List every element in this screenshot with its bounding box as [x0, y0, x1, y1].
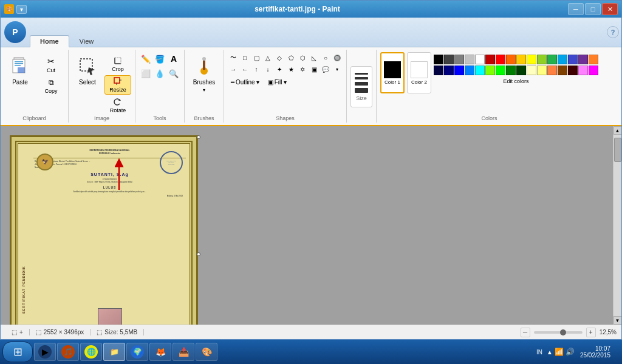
color-gold[interactable] — [516, 55, 526, 64]
color-gray[interactable] — [454, 55, 464, 64]
color-maroon[interactable] — [568, 66, 578, 75]
magnifier-tool[interactable]: 🔍 — [167, 67, 180, 80]
color-orange[interactable] — [506, 55, 516, 64]
vertical-scrollbar[interactable]: ▲ ▼ — [613, 126, 621, 325]
taskbar-app-3[interactable]: 🌐 — [80, 343, 102, 361]
zoom-thumb[interactable] — [560, 329, 566, 335]
taskbar-app-6[interactable]: 🦊 — [149, 343, 171, 361]
taskbar-app-5[interactable]: 🌍 — [126, 343, 148, 361]
color-salmon[interactable] — [547, 66, 557, 75]
shape-right-tri[interactable]: ◺ — [309, 52, 320, 63]
pencil-tool[interactable]: ✏️ — [139, 52, 152, 66]
color-darkgray[interactable] — [444, 55, 454, 64]
shape-arrow-d[interactable]: ↓ — [262, 64, 273, 75]
quick-access-toolbar[interactable]: ▾ — [16, 5, 27, 14]
taskbar-app-7[interactable]: 📥 — [173, 343, 194, 361]
new-selection-btn[interactable]: + — [19, 329, 23, 335]
color-skyblue[interactable] — [465, 66, 474, 75]
rotate-button[interactable]: Rotate — [104, 96, 131, 115]
eyedropper-tool[interactable]: 💧 — [153, 67, 166, 80]
shape-triangle[interactable]: △ — [262, 52, 273, 63]
shape-rect[interactable]: □ — [239, 52, 250, 63]
resize-handle-right[interactable] — [197, 135, 200, 139]
shape-arrow-l[interactable]: ← — [239, 64, 250, 75]
color-aqua[interactable] — [475, 66, 485, 75]
color-green2[interactable] — [506, 66, 516, 75]
tray-up-arrow[interactable]: ▲ — [547, 349, 553, 356]
color-green[interactable] — [547, 55, 557, 64]
shape-ellipse[interactable]: ○ — [320, 52, 331, 63]
close-button[interactable]: ✕ — [602, 3, 618, 15]
color1-button[interactable]: Color 1 — [380, 52, 405, 93]
color-darkgreen[interactable] — [516, 66, 526, 75]
shape-arrow-u[interactable]: ↑ — [251, 64, 262, 75]
scroll-thumb[interactable] — [614, 138, 621, 162]
paste-button[interactable]: Paste — [4, 52, 36, 93]
color-blue2[interactable] — [454, 66, 464, 75]
color2-button[interactable]: Color 2 — [407, 52, 431, 93]
text-tool[interactable]: A — [167, 52, 180, 66]
color-lightgray[interactable] — [465, 55, 474, 64]
zoom-in-button[interactable]: + — [586, 328, 596, 337]
shape-rounded-rect2[interactable]: ▣ — [309, 64, 320, 75]
copy-button[interactable]: ⧉ Copy — [38, 76, 64, 96]
color-chartreuse[interactable] — [485, 66, 495, 75]
scroll-up[interactable]: ▲ — [613, 126, 622, 135]
select-button[interactable]: Select — [72, 52, 103, 93]
scroll-down[interactable]: ▼ — [613, 316, 622, 325]
app-menu-button[interactable]: P — [4, 21, 26, 43]
shape-hex[interactable]: ⬡ — [297, 52, 308, 63]
color-magenta[interactable] — [589, 66, 598, 75]
color-navy2[interactable] — [434, 66, 443, 75]
shape-more[interactable]: ▾ — [332, 64, 343, 75]
color-black[interactable] — [434, 55, 443, 64]
resize-button[interactable]: Resize — [104, 75, 131, 95]
color-lime2[interactable] — [496, 66, 505, 75]
maximize-button[interactable]: □ — [585, 3, 601, 15]
tray-clock[interactable]: 10:07 25/02/2015 — [576, 344, 614, 360]
taskbar-app-2[interactable]: 🎵 — [57, 343, 79, 361]
edit-colors-button[interactable]: Edit colors — [434, 76, 598, 86]
shape-arrow-r[interactable]: → — [228, 64, 239, 75]
color-pink[interactable] — [578, 66, 588, 75]
scroll-track[interactable] — [613, 135, 621, 316]
size-button[interactable]: Size — [350, 66, 372, 107]
zoom-slider[interactable] — [534, 331, 583, 334]
color-darkred[interactable] — [485, 55, 495, 64]
color-yellow2[interactable] — [537, 66, 547, 75]
shape-pentagon[interactable]: ⬠ — [285, 52, 296, 63]
color-lightyellow[interactable] — [527, 66, 536, 75]
fill-tool[interactable]: 🪣 — [153, 52, 166, 66]
tab-view[interactable]: View — [69, 35, 104, 47]
shape-diamond[interactable]: ◇ — [274, 52, 285, 63]
color-lime[interactable] — [537, 55, 547, 64]
outline-dropdown[interactable]: ━ Outline ▾ — [228, 77, 262, 87]
color-blue[interactable] — [568, 55, 578, 64]
shape-star4[interactable]: ✦ — [274, 64, 285, 75]
color-navy[interactable] — [444, 66, 454, 75]
shape-callout[interactable]: 💬 — [320, 64, 331, 75]
start-button[interactable]: ⊞ — [2, 342, 33, 362]
shape-star5[interactable]: ★ — [285, 64, 296, 75]
minimize-button[interactable]: ─ — [568, 3, 584, 15]
shape-star6[interactable]: ✡ — [297, 64, 308, 75]
taskbar-app-8[interactable]: 🎨 — [196, 343, 217, 361]
taskbar-app-1[interactable]: ▶ — [34, 343, 56, 361]
eraser-tool[interactable]: ⬜ — [139, 67, 152, 80]
color-brown[interactable] — [558, 66, 567, 75]
color-yellow[interactable] — [527, 55, 536, 64]
brushes-button[interactable]: Brushes ▾ — [188, 52, 220, 93]
shape-roundrect[interactable]: ▢ — [251, 52, 262, 63]
taskbar-paint-active[interactable]: 📁 — [103, 343, 125, 361]
fill-dropdown[interactable]: ▣ Fill ▾ — [265, 77, 290, 87]
canvas-area[interactable]: SERTIFIKAT PENDIDIK 🦅 UNIVERSITASNEGERIM… — [1, 126, 613, 325]
zoom-out-button[interactable]: ─ — [521, 328, 530, 337]
color-white[interactable] — [475, 55, 485, 64]
color-purple[interactable] — [578, 55, 588, 64]
color-cyan[interactable] — [558, 55, 567, 64]
color-darkorange[interactable] — [589, 55, 598, 64]
cut-button[interactable]: ✂ Cut — [38, 55, 64, 75]
shape-scroll[interactable]: 🔘 — [332, 52, 343, 63]
help-button[interactable]: ? — [607, 26, 619, 38]
resize-handle-mid-right[interactable] — [197, 252, 200, 256]
